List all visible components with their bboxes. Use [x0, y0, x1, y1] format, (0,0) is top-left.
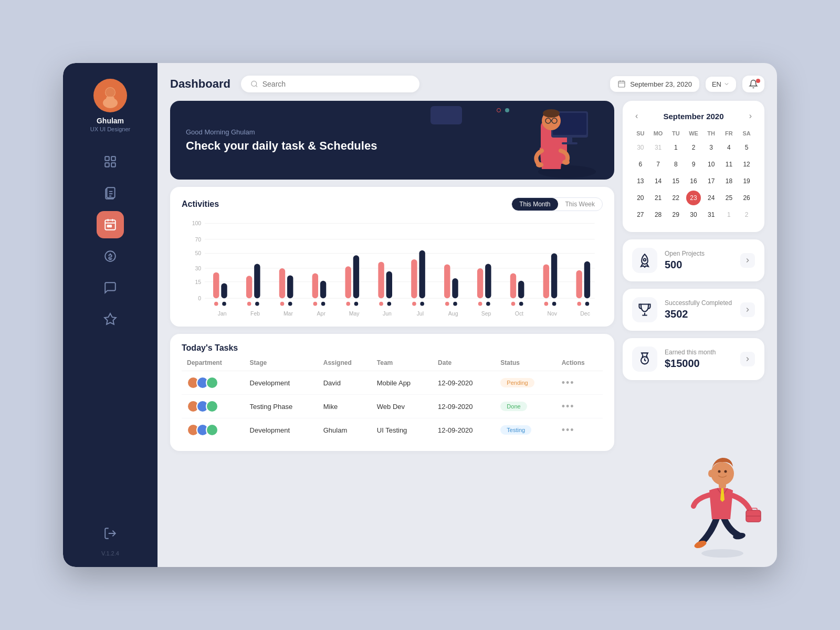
sidebar-item-rewards[interactable]: [97, 306, 124, 333]
calendar-day[interactable]: 16: [686, 174, 701, 188]
notification-button[interactable]: [742, 76, 764, 92]
calendar-day[interactable]: 5: [739, 140, 754, 155]
calendar-day[interactable]: 6: [633, 157, 648, 172]
cal-day-header: TU: [667, 128, 684, 139]
calendar-month: September 2020: [663, 112, 723, 121]
sidebar-item-calendar[interactable]: [97, 211, 124, 238]
toggle-week[interactable]: This Week: [558, 198, 602, 211]
date-badge: September 23, 2020: [610, 76, 699, 92]
calendar-day[interactable]: 14: [651, 174, 666, 188]
calendar-day[interactable]: 30: [633, 140, 648, 155]
stat-card-completed[interactable]: Successfully Completed 3502: [623, 289, 764, 331]
actions-cell[interactable]: •••: [556, 395, 603, 418]
svg-text:Jul: Jul: [417, 311, 424, 317]
toggle-month[interactable]: This Month: [512, 198, 558, 211]
tasks-table: Department Stage Assigned Team Date Stat…: [182, 359, 603, 442]
chevron-right-icon: [744, 306, 751, 313]
calendar-day[interactable]: 8: [668, 157, 683, 172]
calendar-day[interactable]: 10: [704, 157, 719, 172]
calendar-day[interactable]: 20: [633, 191, 648, 205]
earned-arrow[interactable]: [740, 352, 755, 366]
calendar-day[interactable]: 17: [704, 174, 719, 188]
sidebar-item-finance[interactable]: [97, 243, 124, 270]
svg-rect-4: [105, 156, 109, 161]
stat-card-earned[interactable]: Earned this month $15000: [623, 338, 764, 380]
completed-icon-container: [632, 297, 657, 322]
svg-rect-6: [105, 163, 109, 167]
calendar-day[interactable]: 31: [651, 140, 666, 155]
svg-text:Oct: Oct: [515, 311, 523, 317]
search-input[interactable]: [262, 80, 410, 88]
calendar-day[interactable]: 7: [651, 157, 666, 172]
calendar-day[interactable]: 23: [686, 191, 701, 205]
actions-cell[interactable]: •••: [556, 418, 603, 442]
calendar-next[interactable]: ›: [746, 110, 755, 122]
earned-info: Earned this month $15000: [665, 349, 733, 370]
calendar-day[interactable]: 2: [739, 207, 754, 222]
actions-menu-button[interactable]: •••: [562, 425, 575, 435]
calendar-day[interactable]: 13: [633, 174, 648, 188]
col-actions: Actions: [556, 359, 603, 371]
calendar-day[interactable]: 29: [668, 207, 683, 222]
calendar-day[interactable]: 30: [686, 207, 701, 222]
calendar-day[interactable]: 11: [721, 157, 736, 172]
open-projects-arrow[interactable]: [740, 253, 755, 268]
svg-point-113: [644, 259, 646, 261]
calendar-day[interactable]: 9: [686, 157, 701, 172]
dept-cell: [182, 395, 245, 418]
svg-point-125: [724, 470, 727, 473]
calendar-day[interactable]: 26: [739, 191, 754, 205]
sidebar-item-dashboard[interactable]: [97, 148, 124, 175]
calendar-day[interactable]: 4: [721, 140, 736, 155]
actions-menu-button[interactable]: •••: [562, 401, 575, 412]
calendar-day[interactable]: 15: [668, 174, 683, 188]
actions-menu-button[interactable]: •••: [562, 377, 575, 388]
calendar-day[interactable]: 1: [721, 207, 736, 222]
svg-marker-20: [104, 313, 116, 324]
open-projects-icon-container: [632, 248, 657, 273]
chart-area: 100 70 50 30 15 0: [182, 216, 603, 321]
completed-arrow[interactable]: [740, 302, 755, 317]
stat-card-open-projects[interactable]: Open Projects 500: [623, 239, 764, 281]
activities-chart: 100 70 50 30 15 0: [182, 216, 603, 321]
sidebar-item-pages[interactable]: [97, 180, 124, 207]
earned-icon-container: [632, 346, 657, 372]
calendar-day[interactable]: 27: [633, 207, 648, 222]
calendar-day[interactable]: 19: [739, 174, 754, 188]
calendar-day[interactable]: 25: [721, 191, 736, 205]
svg-point-104: [519, 302, 523, 306]
actions-cell[interactable]: •••: [556, 371, 603, 395]
sidebar: Ghulam UX UI Designer: [63, 63, 158, 567]
svg-text:30: 30: [195, 266, 202, 271]
calendar-day[interactable]: 31: [704, 207, 719, 222]
svg-point-103: [511, 302, 516, 306]
svg-text:Apr: Apr: [317, 311, 326, 317]
assigned-cell: Mike: [318, 395, 372, 418]
medal-icon: [637, 352, 652, 366]
completed-label: Successfully Completed: [665, 299, 733, 307]
table-row: Testing PhaseMikeWeb Dev12-09-2020Done••…: [182, 395, 603, 418]
calendar-day[interactable]: 24: [704, 191, 719, 205]
svg-text:50: 50: [195, 250, 202, 256]
col-status: Status: [495, 359, 556, 371]
calendar-day[interactable]: 18: [721, 174, 736, 188]
calendar-day[interactable]: 2: [686, 140, 701, 155]
calendar-day[interactable]: 1: [668, 140, 683, 155]
page-title: Dashboard: [170, 77, 230, 91]
calendar-day[interactable]: 28: [651, 207, 666, 222]
calendar-day[interactable]: 3: [704, 140, 719, 155]
svg-point-91: [412, 302, 416, 306]
calendar-day[interactable]: 22: [668, 191, 683, 205]
svg-line-23: [256, 86, 257, 87]
search-bar[interactable]: [241, 76, 419, 92]
calendar-day[interactable]: 12: [739, 157, 754, 172]
logout-button[interactable]: [97, 520, 124, 547]
calendar-prev[interactable]: ‹: [632, 110, 641, 122]
calendar-day[interactable]: 21: [651, 191, 666, 205]
language-selector[interactable]: EN: [706, 77, 736, 92]
sidebar-item-messages[interactable]: [97, 274, 124, 301]
table-row: DevelopmentGhulamUI Testing12-09-2020Tes…: [182, 418, 603, 442]
svg-rect-102: [518, 281, 524, 298]
dept-avatar: [206, 376, 218, 389]
svg-rect-74: [287, 275, 293, 298]
